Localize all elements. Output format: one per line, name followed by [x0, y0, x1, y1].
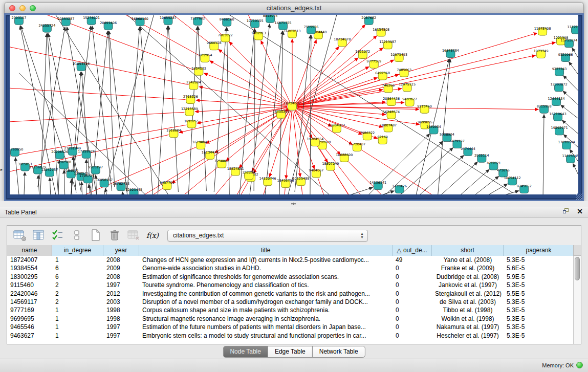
scrollbar-thumb[interactable]	[575, 257, 580, 280]
panel-splitter[interactable]	[0, 201, 588, 207]
graph-node[interactable]: 21053346	[73, 62, 90, 71]
graph-node[interactable]: 9457791	[160, 181, 175, 189]
graph-node[interactable]: 1733426	[392, 184, 407, 193]
cell-short[interactable]: Stergiakouli et al. (2012)	[432, 290, 504, 298]
cell-year[interactable]: 1998	[103, 315, 139, 323]
graph-edge[interactable]	[573, 164, 578, 175]
cell-name[interactable]: 18300295	[7, 273, 52, 281]
cell-short[interactable]: Dudbridge et al. (2008)	[432, 273, 504, 281]
graph-edge[interactable]	[196, 100, 287, 106]
graph-edge[interactable]	[295, 110, 319, 141]
column-header-name[interactable]: name	[7, 245, 52, 256]
graph-edge[interactable]	[127, 27, 140, 192]
column-header-title[interactable]: title	[139, 245, 393, 256]
column-header-pagerank[interactable]: pagerank	[504, 245, 574, 256]
cell-name[interactable]: 19384554	[7, 264, 52, 272]
graph-node[interactable]: 252254	[243, 170, 255, 179]
table-row[interactable]: 977716911998Corpus callosum shape and si…	[7, 306, 574, 314]
window-titlebar[interactable]: citations_edges.txt	[4, 2, 584, 13]
graph-edge[interactable]	[286, 111, 292, 179]
graph-node[interactable]: 62160	[377, 135, 388, 144]
graph-node[interactable]: 20691406	[100, 21, 117, 30]
graph-node[interactable]: 9474444	[461, 147, 475, 156]
graph-node[interactable]: 9463627	[402, 97, 417, 106]
graph-node[interactable]: 18807249	[322, 162, 339, 170]
graph-edge[interactable]	[50, 178, 51, 194]
graph-edge[interactable]	[285, 188, 285, 194]
graph-edge[interactable]	[64, 170, 65, 194]
graph-node[interactable]: 1640954	[426, 125, 441, 134]
graph-node[interactable]: 10655287	[160, 16, 177, 25]
cell-year[interactable]: 2003	[103, 298, 139, 306]
new-document-icon[interactable]	[87, 228, 104, 243]
graph-edge[interactable]	[301, 186, 302, 194]
cell-pagerank[interactable]: 5.3E-5	[504, 332, 557, 340]
graph-node[interactable]: 19592971	[551, 126, 568, 135]
panel-collapse-arrow[interactable]: ▸	[1, 167, 3, 172]
graph-node[interactable]: 14120746	[259, 177, 276, 185]
cell-title[interactable]: Embryonic stem cells: a model to study s…	[139, 332, 393, 340]
cell-short[interactable]: Nakamura et al. (1997)	[432, 323, 504, 331]
graph-node[interactable]: 1621072	[355, 50, 370, 58]
window-resize-grip[interactable]	[576, 193, 582, 200]
cell-title[interactable]: Investigating the contribution of common…	[139, 290, 393, 298]
cell-in_degree[interactable]: 1	[52, 315, 103, 323]
cell-name[interactable]: 9777169	[7, 306, 52, 314]
graph-edge[interactable]	[199, 86, 287, 105]
tab-node-table[interactable]: Node Table	[223, 346, 268, 358]
cell-short[interactable]: Tibbo et al. (1998)	[432, 306, 504, 314]
vertical-scrollbar[interactable]	[573, 256, 581, 344]
column-header-out_degree[interactable]: △ out_de...	[393, 245, 432, 256]
graph-node[interactable]: 16154808	[373, 28, 389, 36]
select-columns-icon[interactable]	[49, 228, 66, 243]
cell-year[interactable]: 2008	[103, 256, 139, 264]
cell-in_degree[interactable]: 2	[52, 290, 103, 298]
graph-node[interactable]: 12923445	[125, 188, 142, 194]
graph-node[interactable]: 9505197	[88, 165, 103, 174]
graph-node[interactable]: 12213987	[379, 40, 396, 49]
graph-node[interactable]: 20206526	[51, 150, 68, 159]
graph-edge[interactable]	[297, 42, 556, 105]
graph-node[interactable]: 2393197	[12, 16, 27, 25]
table-row[interactable]: 2242004622012Investigating the contribut…	[7, 290, 574, 298]
graph-edge[interactable]	[296, 48, 383, 104]
cell-name[interactable]: 22420046	[7, 290, 52, 298]
cell-year[interactable]: 2009	[103, 264, 139, 272]
cell-title[interactable]: Corpus callosum shape and size in male p…	[139, 306, 393, 314]
close-panel-icon[interactable]: ✕	[577, 208, 583, 214]
graph-node[interactable]: 9227343	[552, 67, 567, 76]
graph-edge[interactable]	[241, 182, 248, 194]
graph-edge[interactable]	[297, 33, 537, 105]
cell-short[interactable]: Hescheler et al. (1997)	[432, 332, 504, 340]
memory-indicator[interactable]: Memory: OK	[542, 362, 583, 368]
table-settings-icon[interactable]	[11, 228, 28, 243]
cell-in_degree[interactable]: 1	[52, 332, 103, 340]
cell-name[interactable]: 18724007	[7, 256, 52, 264]
cell-out_degree[interactable]: 0	[393, 323, 432, 331]
graph-node[interactable]: 1810755	[184, 119, 199, 128]
graph-edge[interactable]	[294, 40, 316, 102]
graph-edge[interactable]	[473, 177, 498, 194]
graph-node[interactable]: 12975115	[399, 82, 416, 91]
graph-edge[interactable]	[168, 26, 178, 192]
cell-out_degree[interactable]: 0	[393, 315, 432, 323]
graph-node[interactable]: 9115460	[417, 104, 432, 113]
network-view[interactable]: 1872400719904448187340781621072977716964…	[10, 15, 578, 194]
cell-title[interactable]: Changes of HCN gene expression and I(f) …	[139, 256, 393, 264]
graph-edge[interactable]	[569, 62, 578, 75]
graph-node[interactable]: 471676	[497, 168, 510, 177]
graph-edge[interactable]	[10, 112, 184, 122]
delete-trash-icon[interactable]	[106, 228, 123, 243]
cell-short[interactable]: Yano et al. (2008)	[432, 256, 504, 264]
graph-node[interactable]: 10125488	[293, 177, 310, 185]
float-panel-icon[interactable]	[563, 208, 570, 214]
table-row[interactable]: 946362711997Embryonic stem cells: a mode…	[7, 332, 574, 340]
graph-edge[interactable]	[122, 192, 123, 194]
graph-node[interactable]: 7485063	[397, 68, 411, 77]
graph-node[interactable]: 2718126	[183, 95, 198, 103]
cell-out_degree[interactable]: 0	[393, 306, 432, 314]
cell-pagerank[interactable]: 5.3E-5	[504, 281, 557, 289]
cell-out_degree[interactable]: 0	[393, 290, 432, 298]
row-height-icon[interactable]	[68, 228, 85, 243]
cell-in_degree[interactable]: 1	[52, 323, 103, 331]
